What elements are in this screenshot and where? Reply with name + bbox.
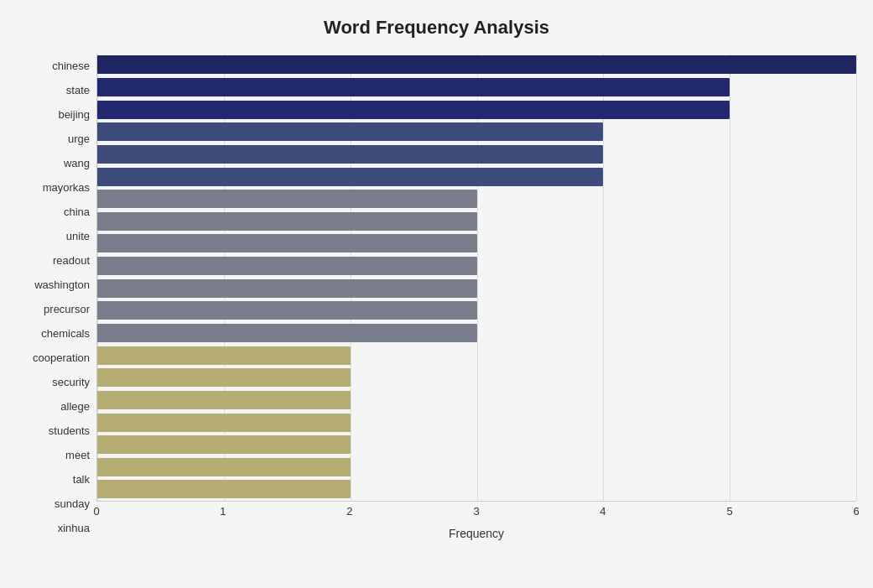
grid-line [856,54,857,501]
bar-row [97,54,856,75]
bar [97,212,477,231]
y-label: beijing [58,103,90,127]
x-tick: 5 [726,505,732,518]
bar [97,368,351,387]
bar [97,480,351,498]
bar-row [97,143,856,165]
y-label: security [52,371,90,394]
chart-area: chinesestatebeijingurgewangmayorkaschina… [17,54,856,540]
bar-row [97,99,856,121]
y-label: readout [53,249,90,273]
bar-row [97,389,856,411]
y-label: allege [60,395,90,419]
y-label: washington [34,273,90,297]
x-tick: 2 [346,505,352,518]
bar-row [97,76,856,98]
bar-row [97,412,856,434]
bar-row [97,166,856,188]
bar [97,168,603,186]
bar [97,145,603,164]
y-label: xinhua [58,517,90,540]
y-label: sunday [55,492,90,516]
y-label: china [64,200,90,224]
bar [97,257,477,275]
y-label: state [66,79,90,102]
bar [97,122,603,141]
bar [97,346,351,365]
bar [97,78,730,96]
bar-row [97,278,856,299]
x-axis: 0123456 [96,505,856,522]
bar [97,414,351,432]
bar [97,301,477,320]
chart-title: Word Frequency Analysis [17,17,856,39]
bar-row [97,322,856,344]
bars-area [96,54,856,502]
bar [97,324,477,342]
y-labels: chinesestatebeijingurgewangmayorkaschina… [17,54,96,540]
y-label: meet [65,444,90,467]
bar [97,458,351,476]
chart-container: Word Frequency Analysis chinesestatebeij… [0,0,873,588]
y-label: talk [73,468,90,492]
bar [97,101,730,119]
bar-row [97,211,856,232]
x-tick: 4 [600,505,605,518]
bar [97,55,856,74]
bar [97,190,477,208]
y-label: chemicals [41,322,90,346]
bar [97,279,477,298]
bar [97,435,351,454]
x-tick: 6 [853,505,859,518]
bar-row [97,367,856,388]
bar [97,234,477,252]
y-label: chinese [52,55,90,78]
bar-row [97,299,856,321]
bar-row [97,478,856,500]
x-tick: 1 [220,505,226,518]
y-label: precursor [44,298,90,321]
y-label: mayorkas [43,176,90,200]
bar-row [97,232,856,254]
bar-row [97,255,856,277]
bar-row [97,434,856,455]
x-tick: 3 [473,505,479,518]
bar [97,391,351,409]
y-label: wang [64,152,90,175]
y-label: students [49,419,90,443]
y-label: unite [66,225,90,248]
x-axis-label: Frequency [96,527,856,540]
bar-row [97,456,856,478]
y-label: urge [68,127,90,151]
bar-row [97,188,856,210]
bar-row [97,345,856,367]
x-tick: 0 [93,505,99,518]
y-label: cooperation [33,346,90,370]
bar-row [97,121,856,143]
